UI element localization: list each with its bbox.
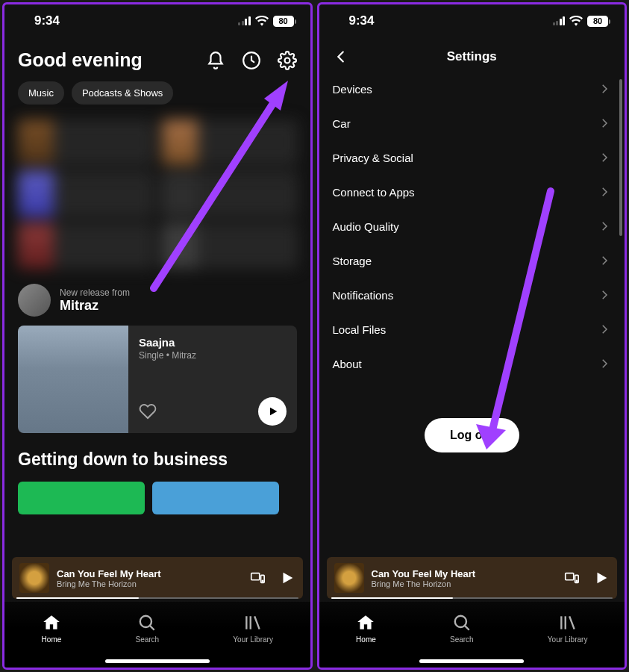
now-playing-bar[interactable]: Can You Feel My Heart Bring Me The Horiz… <box>327 557 618 599</box>
scroll-indicator <box>619 79 622 236</box>
svg-point-5 <box>140 615 151 626</box>
svg-line-9 <box>254 616 260 629</box>
release-artist: Mitraz <box>60 298 130 314</box>
settings-list: Devices Car Privacy & Social Connect to … <box>319 72 625 452</box>
svg-line-6 <box>150 625 154 629</box>
mix-row[interactable] <box>4 474 310 514</box>
status-time: 9:34 <box>349 13 375 28</box>
tab-search[interactable]: Search <box>450 613 474 644</box>
home-header: Good evening <box>4 34 310 81</box>
release-track: Saajna <box>139 336 287 349</box>
tab-home[interactable]: Home <box>356 613 376 644</box>
status-right: 80 <box>238 16 294 27</box>
np-art <box>334 563 364 593</box>
back-button[interactable] <box>333 49 349 65</box>
settings-row-storage[interactable]: Storage <box>319 243 625 278</box>
chevron-right-icon <box>598 288 611 302</box>
svg-point-15 <box>455 615 466 626</box>
tab-bar: Home Search Your Library <box>4 602 310 668</box>
tab-library[interactable]: Your Library <box>548 613 588 644</box>
tab-bar: Home Search Your Library <box>319 602 625 668</box>
settings-row-localfiles[interactable]: Local Files <box>319 312 625 346</box>
svg-rect-2 <box>251 573 259 580</box>
svg-point-4 <box>262 580 263 581</box>
release-card[interactable]: Saajna Single • Mitraz <box>18 326 297 433</box>
signal-icon <box>238 16 251 25</box>
tab-search[interactable]: Search <box>135 613 159 644</box>
devices-icon[interactable] <box>249 570 266 586</box>
home-indicator <box>419 659 524 663</box>
new-release-header[interactable]: New release from Mitraz <box>4 273 310 323</box>
release-art <box>18 326 128 433</box>
settings-title: Settings <box>447 49 497 64</box>
home-indicator <box>105 659 210 663</box>
bell-icon[interactable] <box>206 51 225 70</box>
play-icon[interactable] <box>593 570 610 586</box>
devices-icon[interactable] <box>563 570 580 586</box>
wifi-icon <box>255 16 269 26</box>
settings-row-audio[interactable]: Audio Quality <box>319 209 625 243</box>
shortcut-grid[interactable] <box>16 119 298 269</box>
settings-header: Settings <box>319 34 625 72</box>
settings-row-car[interactable]: Car <box>319 106 625 140</box>
svg-point-14 <box>576 580 577 581</box>
chevron-right-icon <box>598 357 611 370</box>
page-title: Good evening <box>18 49 143 71</box>
signal-icon <box>553 16 566 25</box>
np-art <box>19 563 49 593</box>
svg-point-1 <box>284 57 290 63</box>
mix-card[interactable] <box>152 482 279 514</box>
release-meta: Single • Mitraz <box>139 350 287 361</box>
chip-podcasts[interactable]: Podcasts & Shows <box>72 81 173 105</box>
chevron-right-icon <box>598 82 611 96</box>
settings-row-connect[interactable]: Connect to Apps <box>319 175 625 209</box>
phone-home: 9:34 80 Good evening Music Podcasts & Sh… <box>2 2 313 670</box>
svg-line-16 <box>465 625 469 629</box>
now-playing-bar[interactable]: Can You Feel My Heart Bring Me The Horiz… <box>12 557 303 599</box>
np-title: Can You Feel My Heart <box>57 568 242 579</box>
np-artist: Bring Me The Horizon <box>57 579 242 588</box>
phone-settings: 9:34 80 Settings Devices Car Privacy & S… <box>317 2 628 670</box>
chevron-right-icon <box>598 323 611 336</box>
filter-chips: Music Podcasts & Shows <box>4 81 310 115</box>
section-title: Getting down to business <box>4 445 310 474</box>
gear-icon[interactable] <box>278 51 297 70</box>
play-button[interactable] <box>258 397 287 426</box>
heart-icon[interactable] <box>139 402 157 420</box>
chip-music[interactable]: Music <box>18 81 64 105</box>
settings-row-privacy[interactable]: Privacy & Social <box>319 140 625 175</box>
play-icon[interactable] <box>279 570 295 586</box>
np-artist: Bring Me The Horizon <box>372 579 557 588</box>
battery-icon: 80 <box>587 16 608 27</box>
logout-button[interactable]: Log out <box>425 418 519 452</box>
artist-avatar <box>18 284 51 317</box>
svg-line-19 <box>569 616 575 629</box>
tab-library[interactable]: Your Library <box>233 613 273 644</box>
wifi-icon <box>569 16 583 26</box>
chevron-right-icon <box>598 254 611 267</box>
chevron-right-icon <box>598 185 611 199</box>
mix-card[interactable] <box>18 482 145 514</box>
status-bar: 9:34 80 <box>319 4 625 34</box>
svg-rect-12 <box>566 573 574 580</box>
history-icon[interactable] <box>242 51 261 70</box>
settings-row-devices[interactable]: Devices <box>319 72 625 106</box>
chevron-right-icon <box>598 220 611 233</box>
settings-row-about[interactable]: About <box>319 346 625 381</box>
settings-row-notifications[interactable]: Notifications <box>319 278 625 312</box>
tab-home[interactable]: Home <box>42 613 62 644</box>
np-title: Can You Feel My Heart <box>372 568 557 579</box>
status-time: 9:34 <box>34 13 60 28</box>
chevron-right-icon <box>598 151 611 164</box>
chevron-right-icon <box>598 116 611 130</box>
release-prefix: New release from <box>60 287 130 298</box>
status-bar: 9:34 80 <box>4 4 310 34</box>
battery-icon: 80 <box>273 16 294 27</box>
